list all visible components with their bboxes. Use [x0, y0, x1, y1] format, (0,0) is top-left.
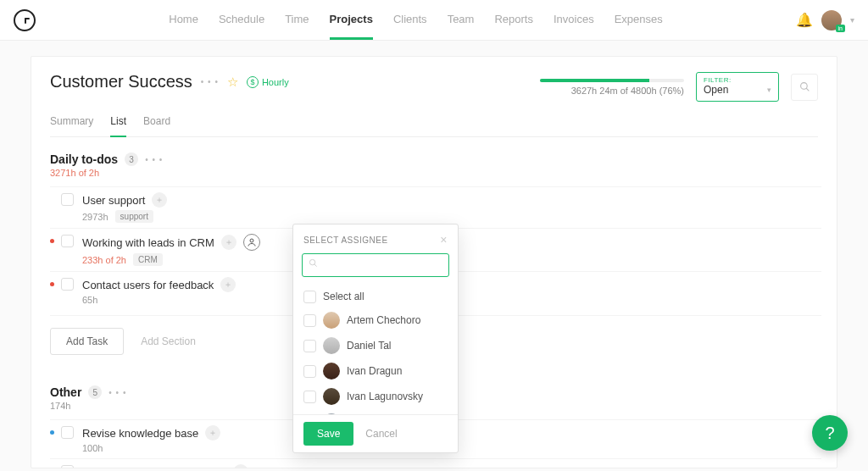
- task-row[interactable]: Contact customers with failed＋6h 40m: [50, 458, 821, 468]
- chevron-down-icon: ▾: [767, 86, 771, 94]
- task-add-icon[interactable]: ＋: [221, 235, 236, 250]
- nav-link-reports[interactable]: Reports: [494, 1, 533, 40]
- nav-link-projects[interactable]: Projects: [330, 1, 373, 40]
- project-header: Customer Success • • • ☆ $ Hourly 3627h …: [50, 72, 818, 102]
- priority-dot: [50, 282, 54, 286]
- assignee-name: Ivan Lagunovsky: [347, 391, 423, 402]
- add-task-button[interactable]: Add Task: [50, 328, 124, 355]
- checkbox[interactable]: [303, 340, 316, 352]
- billing-badge: $ Hourly: [247, 76, 289, 88]
- assignee-name: Daniel Tal: [347, 340, 391, 352]
- task-add-icon[interactable]: ＋: [233, 464, 248, 468]
- assignee-name: Ivan Dragun: [347, 365, 402, 377]
- progress-widget: 3627h 24m of 4800h (76%): [540, 79, 684, 96]
- checkbox[interactable]: [303, 391, 316, 403]
- section-more-button[interactable]: • • •: [108, 388, 126, 397]
- close-icon[interactable]: ×: [440, 233, 448, 247]
- assignee-list: Select allArtem ChechoroDaniel TalIvan D…: [293, 284, 458, 414]
- nav-link-team[interactable]: Team: [448, 1, 475, 40]
- search-button[interactable]: [791, 74, 818, 101]
- billing-label: Hourly: [262, 77, 289, 87]
- add-section-button[interactable]: Add Section: [141, 335, 196, 347]
- assignee-popup: SELECT ASSIGNEE × Select allArtem Checho…: [292, 224, 459, 453]
- user-menu[interactable]: in: [821, 10, 842, 30]
- avatar-icon: [323, 312, 340, 329]
- filter-value: Open: [704, 84, 728, 96]
- task-add-icon[interactable]: ＋: [152, 192, 167, 208]
- progress-text: 3627h 24m of 4800h (76%): [571, 86, 684, 96]
- task-add-icon[interactable]: ＋: [205, 425, 220, 441]
- assignee-search-input[interactable]: [302, 253, 449, 277]
- checkbox[interactable]: [303, 314, 316, 327]
- task-meta: 2973hsupport: [82, 210, 821, 223]
- nav-link-clients[interactable]: Clients: [393, 1, 427, 40]
- chevron-down-icon[interactable]: ▾: [850, 15, 854, 25]
- subtabs: SummaryListBoard: [50, 108, 818, 137]
- avatar-icon: [323, 363, 340, 380]
- progress-fill: [540, 79, 649, 82]
- avatar-icon: [323, 337, 340, 354]
- section-more-button[interactable]: • • •: [145, 155, 163, 164]
- task-title: Revise knowledge base: [82, 427, 198, 440]
- filter-dropdown[interactable]: FILTER: Open ▾: [696, 72, 779, 102]
- cancel-button[interactable]: Cancel: [365, 428, 397, 440]
- checkbox[interactable]: [303, 365, 316, 378]
- filter-label: FILTER:: [704, 76, 771, 84]
- assignee-item[interactable]: Artem Chechoro: [293, 308, 458, 333]
- notification-icon[interactable]: 🔔: [796, 12, 813, 28]
- svg-point-0: [800, 83, 807, 90]
- checkbox[interactable]: [303, 291, 316, 303]
- task-checkbox[interactable]: [61, 426, 74, 439]
- app-logo[interactable]: [14, 9, 36, 31]
- subtab-board[interactable]: Board: [143, 108, 170, 136]
- popup-title: SELECT ASSIGNEE: [303, 236, 388, 245]
- section-title: Other: [50, 385, 81, 399]
- task-checkbox[interactable]: [61, 235, 74, 247]
- nav-link-expenses[interactable]: Expenses: [615, 1, 663, 40]
- task-title: Contact customers with failed: [82, 466, 226, 468]
- task-tag[interactable]: support: [115, 210, 153, 223]
- svg-line-1: [806, 88, 809, 91]
- nav-link-invoices[interactable]: Invoices: [554, 1, 594, 40]
- section-count: 3: [125, 152, 138, 166]
- help-button[interactable]: ?: [812, 415, 848, 451]
- search-icon: [309, 258, 318, 269]
- select-all-item[interactable]: Select all: [293, 285, 458, 308]
- project-more-button[interactable]: • • •: [201, 77, 219, 86]
- task-title: Working with leads in CRM: [82, 236, 214, 249]
- save-button[interactable]: Save: [303, 422, 353, 446]
- task-tag[interactable]: CRM: [133, 253, 163, 266]
- priority-dot: [50, 239, 54, 243]
- dollar-icon: $: [247, 76, 259, 88]
- topbar: HomeScheduleTimeProjectsClientsTeamRepor…: [0, 0, 868, 41]
- task-row[interactable]: User support＋2973hsupport: [50, 186, 821, 228]
- subtab-list[interactable]: List: [110, 108, 126, 137]
- nav-links: HomeScheduleTimeProjectsClientsTeamRepor…: [36, 1, 796, 40]
- task-add-icon[interactable]: ＋: [220, 277, 236, 292]
- task-checkbox[interactable]: [61, 278, 74, 291]
- svg-point-2: [250, 239, 253, 242]
- progress-bar: [540, 79, 684, 82]
- nav-link-home[interactable]: Home: [169, 1, 198, 40]
- subtab-summary[interactable]: Summary: [50, 108, 93, 136]
- assignee-item[interactable]: Ivan Lagunovsky: [293, 384, 458, 409]
- nav-right: 🔔 in ▾: [796, 10, 854, 30]
- project-title: Customer Success: [50, 72, 192, 91]
- svg-point-3: [309, 259, 314, 264]
- presence-badge: in: [836, 25, 845, 32]
- avatar-icon: [323, 388, 340, 405]
- star-icon[interactable]: ☆: [227, 75, 238, 90]
- task-checkbox[interactable]: [61, 193, 74, 206]
- assignee-item[interactable]: Daniel Tal: [293, 333, 458, 358]
- assignee-item[interactable]: Ivan Dragun: [293, 358, 458, 384]
- task-title: Contact users for feedback: [82, 279, 214, 291]
- task-checkbox[interactable]: [61, 465, 74, 468]
- nav-link-schedule[interactable]: Schedule: [219, 1, 264, 40]
- assignee-icon[interactable]: [243, 234, 260, 251]
- select-all-label: Select all: [323, 291, 364, 302]
- search-icon: [799, 81, 810, 92]
- section-title: Daily to-dos: [50, 152, 118, 166]
- nav-link-time[interactable]: Time: [285, 1, 309, 40]
- section-count: 5: [88, 385, 102, 399]
- assignee-name: Artem Chechoro: [347, 314, 420, 326]
